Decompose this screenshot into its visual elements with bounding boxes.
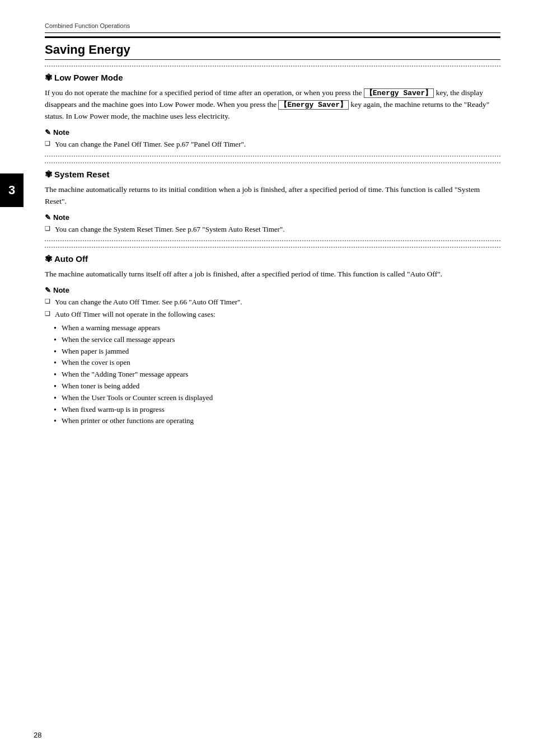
note-icon-2: ✎: [45, 213, 51, 222]
section-low-power-mode: ✾ Low Power Mode If you do not operate t…: [45, 72, 500, 150]
bullet-user-tools: When the User Tools or Counter screen is…: [62, 392, 500, 404]
bullet-cover-open: When the cover is open: [62, 357, 500, 369]
section-title-auto-off: Auto Off: [54, 254, 88, 264]
auto-off-bullet-list: When a warning message appears When the …: [45, 322, 500, 427]
page: 3 Combined Function Operations Saving En…: [0, 0, 534, 756]
section-system-reset: ✾ System Reset The machine automatically…: [45, 169, 500, 234]
sun-icon-2: ✾: [45, 169, 52, 180]
note-label-2: Note: [53, 213, 69, 222]
bullet-toner-added: When toner is being added: [62, 381, 500, 392]
breadcrumb: Combined Function Operations: [45, 22, 500, 33]
section-header-low-power-mode: ✾ Low Power Mode: [45, 72, 500, 83]
key-energy-saver-2: 【Energy Saver】: [278, 100, 349, 110]
body-text-system-reset: The machine automatically returns to its…: [45, 184, 500, 208]
key-energy-saver-1: 【Energy Saver】: [364, 88, 434, 98]
bullet-warning-message: When a warning message appears: [62, 322, 500, 334]
bullet-warm-up: When fixed warm-up is in progress: [62, 404, 500, 416]
note-item-system-reset-1: You can change the System Reset Timer. S…: [45, 224, 500, 235]
section-header-system-reset: ✾ System Reset: [45, 169, 500, 180]
note-item-auto-off-2: Auto Off Timer will not operate in the f…: [45, 309, 500, 320]
chapter-number: 3: [8, 183, 15, 198]
section-header-auto-off: ✾ Auto Off: [45, 253, 500, 264]
body-text-auto-off: The machine automatically turns itself o…: [45, 269, 500, 280]
dotted-separator-4: [45, 240, 500, 241]
note-label-3: Note: [53, 286, 69, 294]
main-title: Saving Energy: [45, 36, 500, 60]
note-header-2: ✎ Note: [45, 213, 500, 222]
section-title-low-power-mode: Low Power Mode: [54, 73, 123, 82]
dotted-separator-5: [45, 247, 500, 248]
page-number: 28: [34, 731, 41, 739]
bullet-service-call-message: When the service call message appears: [62, 334, 500, 346]
note-icon-3: ✎: [45, 286, 51, 294]
section-title-system-reset: System Reset: [54, 170, 109, 179]
chapter-tab: 3: [0, 173, 24, 207]
sun-icon-1: ✾: [45, 72, 52, 83]
body-text-low-power-mode: If you do not operate the machine for a …: [45, 87, 500, 123]
bullet-paper-jammed: When paper is jammed: [62, 346, 500, 358]
sun-icon-3: ✾: [45, 253, 52, 264]
note-label-1: Note: [53, 128, 69, 137]
note-header-3: ✎ Note: [45, 286, 500, 294]
section-auto-off: ✾ Auto Off The machine automatically tur…: [45, 253, 500, 427]
bullet-printer-operating: When printer or other functions are oper…: [62, 415, 500, 427]
note-item-auto-off-1: You can change the Auto Off Timer. See p…: [45, 297, 500, 308]
note-icon-1: ✎: [45, 128, 51, 137]
note-header-1: ✎ Note: [45, 128, 500, 137]
dotted-separator-1: [45, 65, 500, 67]
dotted-separator-3: [45, 162, 500, 163]
dotted-separator-2: [45, 156, 500, 157]
bullet-adding-toner: When the "Adding Toner" message appears: [62, 369, 500, 381]
note-item-low-power-1: You can change the Panel Off Timer. See …: [45, 139, 500, 150]
